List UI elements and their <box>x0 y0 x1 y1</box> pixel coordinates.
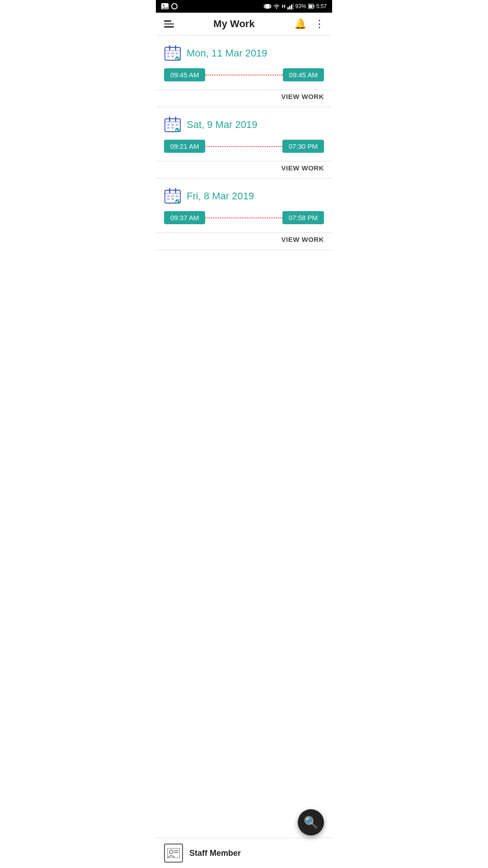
status-left-icons <box>161 3 178 9</box>
time-connector <box>205 217 282 218</box>
work-item-footer: VIEW WORK <box>156 161 332 178</box>
clock-time: 5:57 <box>316 3 327 9</box>
page-title: My Work <box>213 18 254 30</box>
time-range: 09:21 AM 07:30 PM <box>156 138 332 161</box>
calendar-icon <box>164 116 181 133</box>
svg-rect-22 <box>167 56 170 57</box>
svg-rect-13 <box>314 5 314 7</box>
start-time-badge: 09:37 AM <box>164 211 205 224</box>
svg-rect-31 <box>176 124 178 126</box>
view-work-button[interactable]: VIEW WORK <box>282 236 324 243</box>
work-item-date: Sat, 9 Mar 2019 <box>187 119 258 131</box>
more-options-icon[interactable]: ⋮ <box>314 18 324 30</box>
svg-rect-43 <box>171 198 174 200</box>
work-item-footer: VIEW WORK <box>156 232 332 250</box>
end-time-badge: 07:58 PM <box>282 211 324 224</box>
work-item: Mon, 11 Mar 2019 09:45 AM 09:45 AM VIEW … <box>156 36 332 107</box>
network-letter: H <box>282 4 286 9</box>
svg-point-1 <box>163 5 164 6</box>
svg-rect-21 <box>176 52 178 54</box>
svg-rect-42 <box>167 198 170 200</box>
wifi-icon <box>273 3 280 9</box>
signal-icon <box>287 3 294 9</box>
time-range: 09:45 AM 09:45 AM <box>156 66 332 90</box>
svg-rect-4 <box>265 4 270 9</box>
notification-bell-icon[interactable]: 🔔 <box>294 18 306 30</box>
svg-rect-30 <box>171 124 174 126</box>
work-item-header: Sat, 9 Mar 2019 <box>156 107 332 138</box>
svg-rect-26 <box>165 121 180 123</box>
view-work-button[interactable]: VIEW WORK <box>282 164 324 172</box>
work-item-date: Fri, 8 Mar 2019 <box>187 190 254 202</box>
image-icon <box>161 3 169 9</box>
work-item: Sat, 9 Mar 2019 09:21 AM 07:30 PM VIEW W… <box>156 107 332 179</box>
work-list: Mon, 11 Mar 2019 09:45 AM 09:45 AM VIEW … <box>156 36 332 250</box>
svg-rect-5 <box>264 5 265 8</box>
svg-rect-23 <box>171 56 174 57</box>
end-time-badge: 09:45 AM <box>283 68 324 81</box>
work-item-date: Mon, 11 Mar 2019 <box>187 47 267 59</box>
battery-percent: 93% <box>296 3 306 9</box>
view-work-button[interactable]: VIEW WORK <box>282 93 324 100</box>
svg-rect-36 <box>165 193 180 194</box>
app-bar: My Work 🔔 ⋮ <box>156 13 332 36</box>
svg-rect-40 <box>171 195 174 197</box>
work-item-header: Mon, 11 Mar 2019 <box>156 36 332 66</box>
svg-point-7 <box>276 8 277 9</box>
work-item: Fri, 8 Mar 2019 09:37 AM 07:58 PM VIEW W… <box>156 179 332 250</box>
time-connector <box>205 146 282 147</box>
svg-rect-39 <box>167 195 170 197</box>
svg-rect-19 <box>167 52 170 54</box>
status-right-icons: H 93% 5:57 <box>264 3 327 9</box>
app-bar-actions: 🔔 ⋮ <box>294 18 324 30</box>
start-time-badge: 09:21 AM <box>164 140 205 153</box>
status-bar: H 93% 5:57 <box>156 0 332 13</box>
hamburger-menu-button[interactable] <box>164 20 174 28</box>
time-range: 09:37 AM 07:58 PM <box>156 209 332 232</box>
svg-rect-32 <box>167 127 170 129</box>
start-time-badge: 09:45 AM <box>164 68 205 81</box>
svg-rect-20 <box>171 52 174 54</box>
svg-rect-10 <box>291 5 292 9</box>
work-item-header: Fri, 8 Mar 2019 <box>156 179 332 209</box>
vibrate-icon <box>264 3 271 9</box>
svg-rect-11 <box>293 3 294 9</box>
svg-rect-8 <box>287 7 289 9</box>
svg-rect-6 <box>270 5 271 8</box>
end-time-badge: 07:30 PM <box>282 140 324 153</box>
svg-point-3 <box>172 4 177 9</box>
svg-rect-41 <box>176 195 178 197</box>
calendar-icon <box>164 188 181 205</box>
calendar-icon <box>164 45 181 62</box>
svg-rect-29 <box>167 124 170 126</box>
svg-rect-9 <box>289 6 291 9</box>
circle-icon <box>171 3 178 9</box>
svg-rect-33 <box>171 127 174 129</box>
time-connector <box>205 75 282 75</box>
svg-rect-16 <box>165 50 180 51</box>
work-item-footer: VIEW WORK <box>156 90 332 107</box>
battery-icon <box>308 3 314 9</box>
